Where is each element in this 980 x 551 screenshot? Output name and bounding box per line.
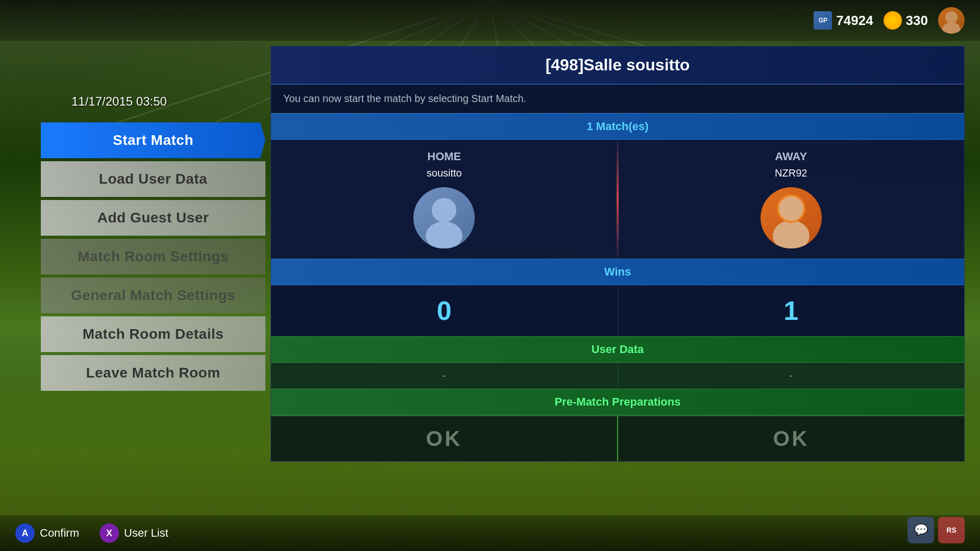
svg-point-15	[773, 220, 810, 248]
svg-point-13	[426, 221, 462, 248]
menu-item-add-guest-user[interactable]: Add Guest User	[41, 200, 265, 236]
home-prematch: OK	[426, 427, 462, 451]
home-user-data: -	[443, 370, 446, 382]
bottom-hud: A Confirm X User List 💬 RS	[0, 515, 980, 551]
right-panel: [498]Salle sousitto You can now start th…	[271, 46, 965, 462]
away-label: AWAY	[775, 150, 807, 163]
date-display: 11/17/2015 03:50	[71, 94, 167, 109]
panel-title: [498]Salle sousitto	[271, 46, 964, 85]
away-team-col: AWAY NZR92	[618, 140, 965, 259]
a-button-icon: A	[15, 523, 35, 543]
confirm-label: Confirm	[40, 527, 79, 540]
away-user-data: -	[789, 370, 793, 382]
menu-item-leave-match-room[interactable]: Leave Match Room	[41, 355, 265, 391]
top-hud: GP 74924 330	[0, 0, 980, 41]
away-avatar	[761, 187, 822, 248]
gp-icon: GP	[814, 11, 832, 30]
rs-icon[interactable]: RS	[938, 517, 965, 543]
home-avatar	[413, 187, 475, 248]
away-wins: 1	[783, 295, 798, 326]
x-button-icon: X	[100, 523, 119, 543]
away-score-col: 1	[618, 285, 965, 336]
prematch-header: Pre-Match Preparations	[271, 389, 964, 415]
coin-icon	[884, 11, 902, 30]
home-label: HOME	[427, 150, 461, 163]
home-name: sousitto	[427, 167, 462, 179]
panel-subtitle: You can now start the match by selecting…	[271, 85, 964, 113]
away-prematch: OK	[773, 427, 810, 451]
menu-item-match-room-settings: Match Room Settings	[41, 239, 265, 274]
gp-hud-item: GP 74924	[814, 11, 873, 30]
away-prematch-col: OK	[618, 416, 964, 461]
bottom-right-icons: 💬 RS	[908, 517, 965, 543]
menu-item-start-match[interactable]: Start Match	[41, 122, 265, 158]
coin-value: 330	[906, 13, 928, 29]
svg-point-12	[432, 198, 456, 222]
home-wins: 0	[437, 295, 452, 326]
user-data-header: User Data	[271, 336, 964, 363]
home-team-col: HOME sousitto	[271, 140, 618, 259]
away-data-col: -	[618, 363, 965, 389]
confirm-indicator[interactable]: A Confirm	[15, 523, 79, 543]
userlist-indicator[interactable]: X User List	[100, 523, 168, 543]
home-data-col: -	[271, 363, 618, 389]
player-avatar	[938, 7, 965, 34]
gp-value: 74924	[836, 13, 873, 29]
home-prematch-col: OK	[271, 416, 618, 461]
chat-icon[interactable]: 💬	[908, 517, 934, 543]
menu-item-match-room-details[interactable]: Match Room Details	[41, 316, 265, 352]
left-menu: Start Match Load User Data Add Guest Use…	[41, 122, 265, 394]
prematch-area: OK OK	[271, 415, 964, 461]
user-data-area: - -	[271, 363, 964, 389]
home-score-col: 0	[271, 285, 618, 336]
menu-item-general-match-settings: General Match Settings	[41, 278, 265, 313]
wins-header: Wins	[271, 259, 964, 285]
match-area: HOME sousitto AWAY NZR92	[271, 140, 964, 259]
menu-item-load-user-data[interactable]: Load User Data	[41, 161, 265, 197]
svg-point-11	[942, 22, 961, 34]
matches-header: 1 Match(es)	[271, 113, 964, 140]
userlist-label: User List	[124, 527, 168, 540]
svg-point-10	[945, 11, 958, 23]
score-area: 0 1	[271, 285, 964, 336]
coin-hud-item: 330	[884, 11, 928, 30]
away-name: NZR92	[775, 167, 807, 179]
